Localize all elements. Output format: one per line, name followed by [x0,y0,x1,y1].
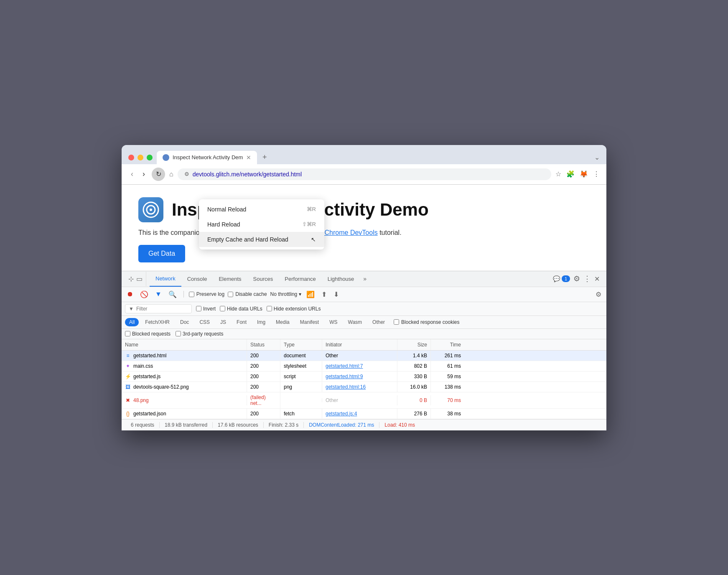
tab-close-icon[interactable]: ✕ [246,154,251,161]
active-tab[interactable]: Inspect Network Activity Dem ✕ [157,151,257,164]
preserve-log-input[interactable] [189,292,194,297]
type-filter-all[interactable]: All [125,318,139,326]
tab-console[interactable]: Console [181,272,213,286]
empty-cache-reload-item[interactable]: Empty Cache and Hard Reload ↖ [199,232,324,247]
traffic-lights [128,155,153,160]
device-toolbar-icon[interactable]: ▭ [136,275,143,283]
type-filter-media[interactable]: Media [272,318,294,326]
extra-filter-row: Blocked requests 3rd-party requests [122,329,606,339]
new-tab-button[interactable]: + [259,152,270,163]
reload-button[interactable]: ↻ [152,168,165,181]
hide-extension-urls-input[interactable] [267,306,272,311]
type-filter-img[interactable]: Img [253,318,270,326]
back-button[interactable]: ‹ [128,169,136,179]
cell-time: 261 ms [431,351,464,361]
get-data-button[interactable]: Get Data [138,245,185,262]
forward-button[interactable]: › [140,169,148,179]
cell-initiator[interactable]: getstarted.html:9 [322,371,397,382]
status-load: Load: 410 ms [379,422,420,428]
table-row[interactable]: 🖼 devtools-square-512.png 200 png getsta… [122,382,606,392]
devtools-panel-icons: ⊹ ▭ [125,272,146,286]
type-filter-css[interactable]: CSS [195,318,214,326]
tab-performance[interactable]: Performance [279,272,321,286]
table-row[interactable]: ✦ main.css 200 stylesheet getstarted.htm… [122,361,606,371]
stop-recording-icon[interactable]: ⏺ [125,290,135,299]
table-row[interactable]: {} getstarted.json 200 fetch getstarted.… [122,409,606,419]
hide-extension-urls-checkbox[interactable]: Hide extension URLs [267,306,321,312]
maximize-traffic-light[interactable] [147,155,153,160]
type-filter-wasm[interactable]: Wasm [344,318,367,326]
type-filter-manifest[interactable]: Manifest [296,318,323,326]
extension-puzzle-icon[interactable]: 🧩 [566,170,575,178]
table-row[interactable]: ≡ getstarted.html 200 document Other 1.4… [122,351,606,361]
third-party-requests-input[interactable] [176,331,181,336]
hide-data-urls-input[interactable] [220,306,225,311]
type-filter-js[interactable]: JS [216,318,230,326]
filter-funnel-icon: ▼ [129,306,134,312]
third-party-requests-checkbox[interactable]: 3rd-party requests [176,331,223,337]
devtools-settings-icon[interactable]: ⚙ [573,274,580,283]
filename: devtools-square-512.png [133,384,189,390]
table-row[interactable]: ⚡ getstarted.js 200 script getstarted.ht… [122,371,606,382]
tab-list-chevron-icon[interactable]: ⌄ [594,153,600,161]
cell-status: (failed) net... [247,392,280,408]
more-tabs-button[interactable]: » [360,271,370,286]
invert-filter-checkbox[interactable]: Invert [196,306,216,312]
col-header-name: Name [122,339,247,350]
filter-input-wrap[interactable]: ▼ [125,304,192,313]
type-filters-bar: All Fetch/XHR Doc CSS JS Font Img Media … [122,316,606,329]
close-traffic-light[interactable] [128,155,134,160]
tab-network[interactable]: Network [150,271,181,287]
blocked-cookies-input[interactable] [394,319,399,325]
normal-reload-item[interactable]: Normal Reload ⌘R [199,202,324,217]
cell-name: ⚡ getstarted.js [122,371,247,382]
minimize-traffic-light[interactable] [137,155,143,160]
html-file-icon: ≡ [125,353,131,359]
profile-avatar-icon[interactable]: 🦊 [580,170,588,178]
type-filter-doc[interactable]: Doc [176,318,193,326]
type-filter-font[interactable]: Font [232,318,251,326]
tab-elements[interactable]: Elements [213,272,247,286]
devtools-close-icon[interactable]: ✕ [594,275,600,283]
hide-data-urls-checkbox[interactable]: Hide data URLs [220,306,262,312]
tab-sources[interactable]: Sources [247,272,279,286]
type-filter-ws[interactable]: WS [325,318,341,326]
cell-type: document [280,351,322,361]
bookmark-icon[interactable]: ☆ [555,170,561,178]
blocked-requests-checkbox[interactable]: Blocked requests [125,331,171,337]
network-settings-icon[interactable]: ⚙ [594,290,603,299]
home-button[interactable]: ⌂ [169,170,173,178]
disable-cache-checkbox[interactable]: Disable cache [228,291,267,297]
devtools-more-icon[interactable]: ⋮ [583,274,591,283]
blocked-requests-input[interactable] [125,331,130,336]
url-bar[interactable]: ⚙ devtools.glitch.me/network/getstarted.… [178,168,551,180]
disable-cache-input[interactable] [228,292,233,297]
cell-initiator[interactable]: getstarted.html:16 [322,382,397,392]
upload-icon[interactable]: ⬆ [320,290,328,299]
tab-bar: Inspect Network Activity Dem ✕ + ⌄ [157,151,600,164]
search-icon[interactable]: 🔍 [167,290,178,299]
tab-lighthouse[interactable]: Lighthouse [322,272,360,286]
reload-context-menu: Normal Reload ⌘R Hard Reload ⇧⌘R Empty C… [199,199,324,249]
table-row[interactable]: ✖ 48.png (failed) net... Other 0 B 70 ms [122,392,606,409]
more-options-icon[interactable]: ⋮ [593,170,600,178]
hard-reload-item[interactable]: Hard Reload ⇧⌘R [199,217,324,232]
inspect-element-icon[interactable]: ⊹ [128,275,134,283]
throttle-dropdown[interactable]: No throttling ▾ [270,291,302,297]
page-content: Inspect Network Activity Demo This is th… [122,185,606,271]
cell-type: stylesheet [280,361,322,371]
wifi-icon[interactable]: 📶 [305,290,316,299]
cell-initiator[interactable]: getstarted.js:4 [322,409,397,419]
filter-input[interactable] [136,306,186,312]
cell-initiator[interactable]: getstarted.html:7 [322,361,397,371]
download-icon[interactable]: ⬇ [332,290,341,299]
invert-input[interactable] [196,306,201,311]
cell-time: 38 ms [431,409,464,419]
type-filter-other[interactable]: Other [368,318,389,326]
type-filter-fetch-xhr[interactable]: Fetch/XHR [141,318,174,326]
preserve-log-checkbox[interactable]: Preserve log [189,291,224,297]
blocked-cookies-checkbox[interactable]: Blocked response cookies [394,319,459,325]
filter-icon[interactable]: ▼ [153,290,163,299]
browser-window: Inspect Network Activity Dem ✕ + ⌄ ‹ › ↻… [122,145,606,430]
clear-icon[interactable]: 🚫 [138,290,150,299]
